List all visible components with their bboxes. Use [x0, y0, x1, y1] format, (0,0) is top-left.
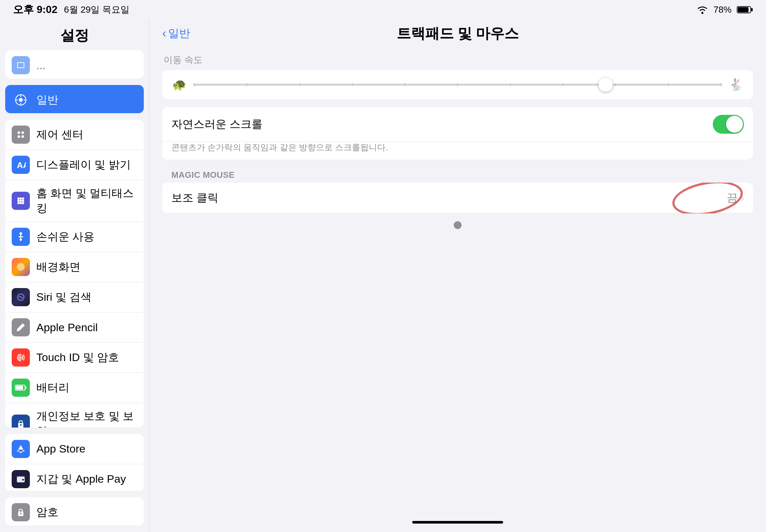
sidebar-item-control-center[interactable]: 제어 센터 — [5, 120, 144, 150]
sidebar-item-apple-pencil[interactable]: Apple Pencil — [5, 312, 144, 343]
svg-point-17 — [22, 198, 24, 200]
status-bar: 오후 9:02 6월 29일 목요일 78% — [0, 0, 766, 19]
sidebar-icon-partially-visible — [12, 56, 30, 74]
sidebar-item-label-display: 디스플레이 및 밝기 — [36, 157, 131, 172]
svg-point-12 — [18, 135, 20, 138]
sidebar-item-privacy[interactable]: 개인정보 보호 및 보안 — [5, 403, 144, 427]
svg-rect-28 — [16, 386, 23, 390]
content-header: ‹ 일반 트랙패드 및 마우스 — [149, 19, 766, 47]
sidebar-icon-battery — [12, 379, 30, 397]
svg-text:AA: AA — [17, 160, 26, 170]
slow-speed-icon: 🐢 — [172, 78, 187, 91]
sidebar-icon-wallet — [12, 470, 30, 488]
sidebar-item-label-partial: ... — [36, 59, 45, 72]
sidebar-item-label-accessibility: 손쉬운 사용 — [36, 229, 94, 244]
sidebar-item-wallet[interactable]: 지갑 및 Apple Pay — [5, 464, 144, 491]
sidebar-item-battery[interactable]: 배터리 — [5, 373, 144, 403]
tick-6 — [457, 83, 458, 86]
tick-1 — [194, 83, 195, 86]
sidebar-group-main: 제어 센터 AA 디스플레이 및 밝기 — [5, 120, 144, 427]
sidebar-item-general[interactable]: 일반 — [5, 85, 144, 113]
sidebar-group-apps: App Store 지갑 및 Apple Pay — [5, 434, 144, 491]
battery-percent: 78% — [713, 5, 732, 15]
tick-4 — [352, 83, 353, 86]
sidebar-group-0: ... — [5, 50, 144, 79]
sidebar-icon-display: AA — [12, 156, 30, 174]
sidebar-group-passwords: 암호 — [5, 497, 144, 526]
sidebar-item-label-control-center: 제어 센터 — [36, 127, 83, 142]
secondary-click-chevron-icon: › — [740, 192, 744, 204]
sidebar-item-label-wallet: 지갑 및 Apple Pay — [36, 472, 126, 487]
sidebar-item-label-general: 일반 — [36, 92, 58, 107]
natural-scroll-toggle[interactable] — [713, 115, 744, 134]
svg-point-20 — [22, 200, 24, 202]
svg-rect-2 — [751, 8, 753, 11]
sidebar-item-app-store[interactable]: App Store — [5, 434, 144, 464]
secondary-click-value: 끔 — [727, 190, 738, 205]
tick-5 — [405, 83, 406, 86]
content-title: 트랙패드 및 마우스 — [397, 24, 519, 43]
dot-indicator — [454, 221, 462, 229]
speed-section-label: 이동 속도 — [162, 54, 753, 66]
tick-9 — [615, 83, 616, 86]
sidebar-item-label-siri: Siri 및 검색 — [36, 290, 91, 305]
sidebar-item-partially-visible[interactable]: ... — [5, 50, 144, 79]
slider-ticks — [193, 83, 722, 86]
svg-rect-27 — [25, 386, 26, 389]
back-label: 일반 — [168, 26, 190, 41]
svg-point-21 — [18, 202, 20, 204]
sidebar-icon-passwords — [12, 503, 30, 521]
secondary-click-row[interactable]: 보조 클릭 끔 › — [162, 183, 753, 213]
sidebar-item-passwords[interactable]: 암호 — [5, 497, 144, 526]
sidebar-icon-control-center — [12, 126, 30, 144]
svg-point-18 — [18, 200, 20, 202]
sidebar-icon-siri — [12, 288, 30, 306]
natural-scroll-card: 자연스러운 스크롤 콘텐츠가 손가락의 움직임과 같은 방향으로 스크롤됩니다. — [162, 107, 753, 160]
speed-slider-container: 🐢 — [162, 70, 753, 99]
svg-rect-32 — [22, 479, 24, 480]
natural-scroll-desc: 콘텐츠가 손가락의 움직임과 같은 방향으로 스크롤됩니다. — [162, 142, 753, 160]
home-indicator — [149, 513, 766, 532]
slider-thumb[interactable] — [599, 78, 613, 92]
svg-point-15 — [18, 198, 20, 200]
svg-point-29 — [20, 424, 22, 426]
battery-icon — [737, 5, 753, 14]
svg-point-34 — [20, 513, 22, 514]
sidebar-item-label-passwords: 암호 — [36, 505, 58, 520]
sidebar-icon-home-screen — [12, 192, 30, 210]
tick-2 — [246, 83, 247, 86]
svg-point-24 — [19, 232, 22, 235]
sidebar: 설정 ... — [0, 19, 149, 532]
sidebar-item-accessibility[interactable]: 손쉬운 사용 — [5, 222, 144, 252]
tick-8 — [563, 83, 564, 86]
sidebar-item-siri[interactable]: Siri 및 검색 — [5, 282, 144, 312]
tick-11 — [721, 83, 722, 86]
sidebar-item-label-battery: 배터리 — [36, 380, 69, 395]
status-time: 오후 9:02 — [13, 3, 57, 17]
svg-point-0 — [701, 12, 703, 14]
natural-scroll-label: 자연스러운 스크롤 — [171, 117, 262, 132]
content-body: 이동 속도 🐢 — [149, 47, 766, 513]
back-button[interactable]: ‹ 일반 — [162, 26, 190, 41]
main-container: 설정 ... — [0, 19, 766, 532]
sidebar-icon-apple-pencil — [12, 318, 30, 336]
svg-point-5 — [19, 98, 23, 102]
svg-point-22 — [20, 202, 22, 204]
tick-7 — [510, 83, 511, 86]
speed-slider-track[interactable] — [193, 84, 722, 86]
sidebar-item-touch-id[interactable]: Touch ID 및 암호 — [5, 343, 144, 373]
sidebar-icon-accessibility — [12, 228, 30, 246]
svg-point-11 — [21, 131, 24, 134]
toggle-thumb — [726, 116, 743, 133]
sidebar-item-home-screen[interactable]: 홈 화면 및 멀티태스킹 — [5, 180, 144, 222]
svg-point-13 — [21, 135, 24, 138]
sidebar-item-label-wallpaper: 배경화면 — [36, 260, 80, 274]
sidebar-item-display[interactable]: AA 디스플레이 및 밝기 — [5, 150, 144, 180]
sidebar-item-wallpaper[interactable]: 배경화면 — [5, 252, 144, 282]
sidebar-item-label-privacy: 개인정보 보호 및 보안 — [36, 409, 137, 427]
secondary-click-value-container: 끔 › — [727, 190, 744, 205]
secondary-click-label: 보조 클릭 — [171, 190, 218, 205]
natural-scroll-row: 자연스러운 스크롤 — [162, 107, 753, 142]
status-date: 6월 29일 목요일 — [64, 4, 129, 16]
sidebar-item-label-home-screen: 홈 화면 및 멀티태스킹 — [36, 186, 137, 216]
